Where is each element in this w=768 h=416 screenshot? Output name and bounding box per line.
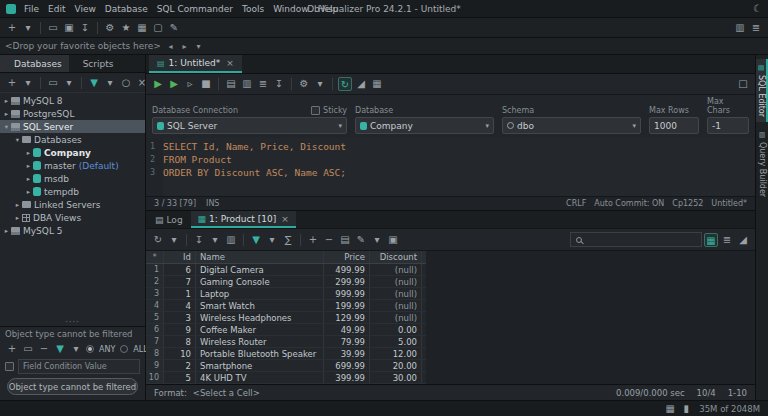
cell-id[interactable]: 7 <box>164 276 196 287</box>
chevron-down-icon[interactable]: ▾ <box>313 77 327 91</box>
row-number[interactable]: 4 <box>146 300 164 311</box>
tree-node[interactable]: ▸ tempdb <box>0 185 145 198</box>
open-filter-icon[interactable]: ▭ <box>21 342 35 356</box>
driver-manager-icon[interactable]: ⚙ <box>103 21 117 35</box>
filter-disabled-button[interactable]: Object type cannot be filtered <box>7 378 138 395</box>
sidebar-tab[interactable]: Databases <box>0 55 69 72</box>
stop-icon[interactable]: ■ <box>199 77 213 91</box>
column-header-price[interactable]: Price <box>324 251 370 263</box>
cell-name[interactable]: Smartphone <box>196 360 324 371</box>
edit-icon[interactable]: ✎ <box>167 21 181 35</box>
aggregate-icon[interactable]: ∑ <box>281 233 295 247</box>
row-number[interactable]: 7 <box>146 336 164 347</box>
export-icon[interactable]: ↧ <box>192 233 206 247</box>
cell-price[interactable]: 399.99 <box>324 372 370 383</box>
table-row[interactable]: 1 6 Digital Camera 499.99 (null) <box>146 264 426 276</box>
tree-node[interactable]: ▸ MySQL 5 <box>0 224 145 237</box>
table-row[interactable]: 7 8 Wireless Router 79.99 5.00 <box>146 336 426 348</box>
table-row[interactable]: 9 2 Smartphone 699.99 20.00 <box>146 360 426 372</box>
chart-view-icon[interactable]: ◢ <box>736 233 750 247</box>
chevron-down-icon[interactable]: ▾ <box>21 21 35 35</box>
tree-node[interactable]: ▸ Company <box>0 146 145 159</box>
favorites-prev-icon[interactable]: ◂ <box>166 42 175 51</box>
database-select[interactable]: Company ▾ <box>355 117 494 134</box>
cell-name[interactable]: Smart Watch <box>196 300 324 311</box>
tree-node[interactable]: ▸ MySQL 8 <box>0 94 145 107</box>
chevron-down-icon[interactable]: ▾ <box>103 76 117 90</box>
result-tab[interactable]: ▦ 1: Product [10] × <box>191 211 296 228</box>
theme-toggle-icon[interactable]: ☾ <box>753 3 762 14</box>
cell-price[interactable]: 129.99 <box>324 312 370 323</box>
cell-name[interactable]: Digital Camera <box>196 264 324 275</box>
cell-id[interactable]: 8 <box>164 336 196 347</box>
cell-discount[interactable]: 30.00 <box>370 372 422 383</box>
schema-select[interactable]: dbo ▾ <box>502 117 641 134</box>
table-row[interactable]: 5 3 Wireless Headphones 129.99 (null) <box>146 312 426 324</box>
cell-price[interactable]: 79.99 <box>324 336 370 347</box>
max-chars-input[interactable]: -1 <box>707 117 749 134</box>
row-number[interactable]: 2 <box>146 276 164 287</box>
cell-discount[interactable]: (null) <box>370 312 422 323</box>
filter-enable-checkbox[interactable] <box>5 362 14 371</box>
menu-item[interactable]: Tools <box>242 4 264 14</box>
table-row[interactable]: 3 1 Laptop 999.99 (null) <box>146 288 426 300</box>
cell-discount[interactable]: 5.00 <box>370 336 422 347</box>
expand-arrow-icon[interactable]: ▾ <box>13 136 22 144</box>
add-filter-icon[interactable]: + <box>5 342 19 356</box>
script-icon[interactable]: ▣ <box>386 233 400 247</box>
expand-arrow-icon[interactable]: ▸ <box>24 162 33 170</box>
grid-icon[interactable]: ▦ <box>135 21 149 35</box>
cell-discount[interactable]: 12.00 <box>370 348 422 359</box>
layout-icon[interactable]: ▦ <box>370 77 384 91</box>
row-number[interactable]: 1 <box>146 264 164 275</box>
expand-arrow-icon[interactable]: ▾ <box>2 123 11 131</box>
open-icon[interactable]: ▭ <box>46 21 60 35</box>
grid-view-icon[interactable]: ▦ <box>704 233 718 247</box>
menu-item[interactable]: File <box>24 4 39 14</box>
max-rows-input[interactable]: 1000 <box>649 117 699 134</box>
connections-icon[interactable]: ▦ <box>663 402 677 416</box>
tree-node[interactable]: ▾ Databases <box>0 133 145 146</box>
cell-name[interactable]: 4K UHD TV <box>196 372 324 383</box>
expand-arrow-icon[interactable]: ▸ <box>24 149 33 157</box>
new-object-icon[interactable]: + <box>5 21 19 35</box>
cell-price[interactable]: 299.99 <box>324 276 370 287</box>
any-radio[interactable] <box>86 345 94 353</box>
format-sql-icon[interactable]: ▤ <box>224 77 238 91</box>
remove-filter-icon[interactable]: − <box>37 342 51 356</box>
cell-id[interactable]: 2 <box>164 360 196 371</box>
sidebar-tab[interactable]: Scripts <box>69 55 121 72</box>
cell-id[interactable]: 10 <box>164 348 196 359</box>
column-header-id[interactable]: Id <box>164 251 196 263</box>
delete-row-icon[interactable]: − <box>322 233 336 247</box>
editor-tab[interactable]: ▤ 1: Untitled* × <box>149 55 242 73</box>
close-icon[interactable]: × <box>226 58 234 68</box>
favorites-menu-icon[interactable]: ▾ <box>194 42 203 51</box>
layout-icon[interactable]: ▥ <box>733 21 747 35</box>
rail-tab[interactable]: ▤ SQL Editor <box>756 59 768 122</box>
expand-arrow-icon[interactable]: ▸ <box>24 175 33 183</box>
expand-arrow-icon[interactable]: ▸ <box>2 110 11 118</box>
save-icon[interactable]: ▣ <box>62 21 76 35</box>
cell-price[interactable]: 999.99 <box>324 288 370 299</box>
insert-row-icon[interactable]: + <box>306 233 320 247</box>
grid-corner[interactable]: * <box>146 251 164 263</box>
table-row[interactable]: 2 7 Gaming Console 299.99 (null) <box>146 276 426 288</box>
create-folder-icon[interactable]: ▭ <box>46 76 60 90</box>
tree-node[interactable]: ▸ PostgreSQL <box>0 107 145 120</box>
cell-discount[interactable]: (null) <box>370 264 422 275</box>
detach-icon[interactable]: □ <box>736 77 750 91</box>
cell-name[interactable]: Wireless Headphones <box>196 312 324 323</box>
cell-discount[interactable]: (null) <box>370 300 422 311</box>
chart-icon[interactable]: ◢ <box>354 77 368 91</box>
code-line[interactable]: 1 SELECT Id, Name, Price, Discount <box>146 140 755 153</box>
execute-explain-icon[interactable]: ▹ <box>183 77 197 91</box>
chevron-down-icon[interactable]: ▾ <box>69 342 83 356</box>
cell-name[interactable]: Wireless Router <box>196 336 324 347</box>
column-header-name[interactable]: Name <box>196 251 324 263</box>
chevron-down-icon[interactable]: ▾ <box>62 76 76 90</box>
code-line[interactable]: 2 FROM Product <box>146 153 755 166</box>
cell-discount[interactable]: 0.00 <box>370 324 422 335</box>
sidebar-splitter[interactable]: ···· <box>0 318 145 326</box>
row-number[interactable]: 10 <box>146 372 164 383</box>
